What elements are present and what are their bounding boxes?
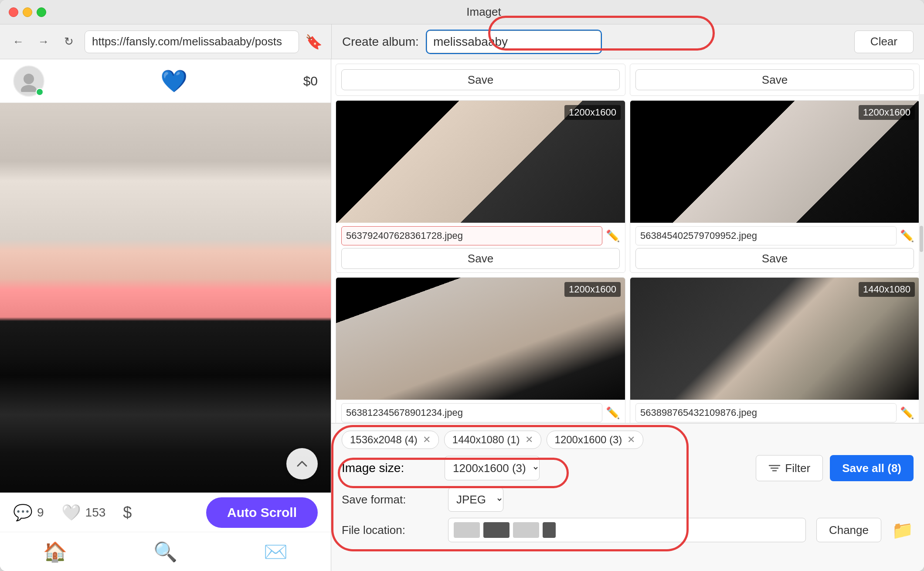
size-badge-label-0: 1536x2048 (4) [350, 434, 418, 446]
like-icon: 🤍 [61, 503, 81, 522]
auto-scroll-button[interactable]: Auto Scroll [206, 497, 318, 528]
window-title: Imaget [52, 5, 915, 19]
folder-icon[interactable]: 📁 [892, 520, 914, 540]
back-button[interactable]: ← [9, 32, 28, 51]
save-button-prev-2[interactable]: Save [635, 69, 914, 90]
path-segment-4 [543, 522, 556, 538]
size-badge-1: 1440x1080 (1) ✕ [444, 431, 541, 449]
size-filter-row: 1536x2048 (4) ✕ 1440x1080 (1) ✕ 1200x160… [342, 431, 914, 449]
heart-icon: 💙 [160, 68, 187, 94]
address-bar[interactable] [85, 31, 299, 53]
online-indicator [36, 88, 44, 96]
home-icon[interactable]: 🏠 [43, 540, 67, 563]
forward-button[interactable]: → [34, 32, 53, 51]
maximize-button[interactable] [37, 7, 46, 17]
titlebar: Imaget [0, 0, 924, 24]
gallery-item-0: 1200x1600 ✏️ Save [336, 100, 625, 273]
mail-icon[interactable]: ✉️ [264, 540, 288, 563]
file-location-row: File location: Change 📁 [342, 518, 914, 542]
comment-icon: 💬 [13, 503, 33, 522]
size-badge-0: 1536x2048 (4) ✕ [342, 431, 439, 449]
save-all-button[interactable]: Save all (8) [830, 455, 914, 481]
gallery-row-top: Save Save [336, 64, 920, 96]
album-label: Create album: [342, 35, 419, 49]
gallery-item-prev-2: Save [630, 64, 920, 96]
search-icon[interactable]: 🔍 [153, 540, 177, 563]
traffic-lights [9, 7, 46, 17]
save-format-row: Save format: JPEG PNG WEBP [342, 487, 914, 512]
filter-button[interactable]: Filter [756, 455, 823, 481]
save-button-1[interactable]: Save [635, 248, 914, 269]
gallery-row-1: 1200x1600 ✏️ Save 1200x1600 [336, 100, 920, 273]
filename-row-3: ✏️ [635, 403, 914, 422]
path-segment-1 [454, 522, 480, 538]
minimize-button[interactable] [23, 7, 32, 17]
edit-icon-0[interactable]: ✏️ [606, 229, 620, 243]
bookmark-icon[interactable]: 🔖 [305, 34, 323, 50]
edit-icon-1[interactable]: ✏️ [900, 229, 914, 243]
right-panel: Save Save 1200x1600 [331, 59, 924, 571]
bottom-panel: 1536x2048 (4) ✕ 1440x1080 (1) ✕ 1200x160… [331, 423, 924, 571]
tip-stat: $ [123, 503, 132, 522]
reload-button[interactable]: ↻ [59, 32, 78, 51]
edit-icon-2[interactable]: ✏️ [606, 406, 620, 420]
dimension-badge-0: 1200x1600 [564, 105, 621, 120]
filename-input-3[interactable] [635, 403, 897, 422]
image-size-select[interactable]: 1200x1600 (3) 1536x2048 (4) 1440x1080 (1… [445, 456, 540, 480]
filename-row-2: ✏️ [341, 403, 620, 422]
image-size-label: Image size: [342, 461, 438, 475]
size-badge-label-2: 1200x1600 (3) [555, 434, 622, 446]
filename-input-0[interactable] [341, 226, 602, 245]
gallery-item-2: 1200x1600 ✏️ Save [336, 277, 625, 423]
site-header-center: 💙 [53, 68, 295, 94]
save-button-0[interactable]: Save [341, 248, 620, 269]
gallery-item-footer-2: ✏️ Save [336, 400, 625, 423]
tip-icon: $ [123, 503, 132, 522]
gallery-row-2: 1200x1600 ✏️ Save 1440x1080 [336, 277, 920, 423]
path-segment-3 [513, 522, 539, 538]
gallery-image-3: 1440x1080 [630, 278, 919, 400]
filter-icon [768, 462, 781, 474]
filename-input-1[interactable] [635, 226, 897, 245]
left-panel: 💙 $0 💬 9 [0, 59, 331, 571]
scroll-up-button[interactable] [286, 448, 318, 479]
size-badge-x-0[interactable]: ✕ [423, 434, 431, 445]
file-location-bar [448, 518, 806, 542]
filter-label: Filter [785, 462, 810, 475]
filename-row-0: ✏️ [341, 226, 620, 245]
site-nav: 🏠 🔍 ✉️ [0, 532, 331, 571]
size-badge-x-2[interactable]: ✕ [627, 434, 635, 445]
edit-icon-3[interactable]: ✏️ [900, 406, 914, 420]
dimension-badge-3: 1440x1080 [859, 282, 915, 297]
scrollbar-thumb[interactable] [920, 226, 923, 252]
gallery-image-2: 1200x1600 [336, 278, 625, 400]
filename-row-1: ✏️ [635, 226, 914, 245]
gallery-image-1: 1200x1600 [630, 101, 919, 223]
size-badge-2: 1200x1600 (3) ✕ [547, 431, 644, 449]
site-header: 💙 $0 [0, 59, 331, 103]
path-segment-2 [483, 522, 510, 538]
svg-point-0 [24, 74, 34, 84]
filename-input-2[interactable] [341, 403, 602, 422]
clear-button[interactable]: Clear [854, 31, 914, 53]
avatar-container [13, 65, 44, 97]
gallery-item-footer-1: ✏️ Save [630, 223, 919, 272]
app-window: Imaget ← → ↻ 🔖 Create album: Clear [0, 0, 924, 571]
gallery-item-footer-0: ✏️ Save [336, 223, 625, 272]
album-input[interactable] [427, 31, 601, 53]
dimension-badge-1: 1200x1600 [859, 105, 915, 120]
comments-stat: 💬 9 [13, 503, 44, 522]
main-image-container [0, 103, 331, 493]
close-button[interactable] [9, 7, 18, 17]
gallery-image-0: 1200x1600 [336, 101, 625, 223]
size-badge-x-1[interactable]: ✕ [525, 434, 533, 445]
save-button-prev-1[interactable]: Save [341, 69, 620, 90]
balance-display: $0 [303, 74, 318, 88]
svg-point-1 [21, 85, 37, 92]
likes-stat: 🤍 153 [61, 503, 106, 522]
file-location-label: File location: [342, 523, 438, 537]
filter-save-row: Image size: 1200x1600 (3) 1536x2048 (4) … [342, 455, 914, 481]
save-format-select[interactable]: JPEG PNG WEBP [448, 487, 503, 512]
change-button[interactable]: Change [816, 518, 881, 542]
gallery-area[interactable]: Save Save 1200x1600 [331, 59, 924, 423]
